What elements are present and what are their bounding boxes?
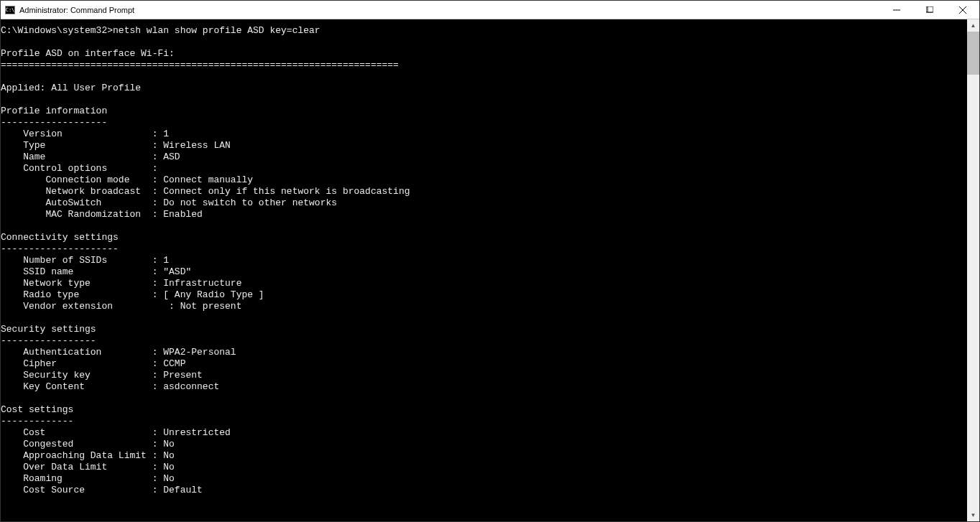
maximize-button[interactable] xyxy=(913,1,946,19)
close-button[interactable] xyxy=(946,1,979,19)
scroll-down-button[interactable]: ▼ xyxy=(967,509,979,521)
scrollbar[interactable]: ▲ ▼ xyxy=(967,19,979,521)
svg-rect-2 xyxy=(928,6,933,12)
titlebar-controls xyxy=(880,1,979,19)
window-title: Administrator: Command Prompt xyxy=(19,6,134,14)
titlebar: C:\ Administrator: Command Prompt xyxy=(1,1,979,19)
scroll-up-button[interactable]: ▲ xyxy=(967,19,979,32)
scroll-thumb[interactable] xyxy=(967,32,979,75)
minimize-button[interactable] xyxy=(880,1,913,19)
cmd-icon: C:\ xyxy=(5,6,15,14)
terminal-output[interactable]: C:\Windows\system32>netsh wlan show prof… xyxy=(1,19,967,521)
terminal-wrap: C:\Windows\system32>netsh wlan show prof… xyxy=(1,19,979,521)
titlebar-left: C:\ Administrator: Command Prompt xyxy=(5,6,134,14)
